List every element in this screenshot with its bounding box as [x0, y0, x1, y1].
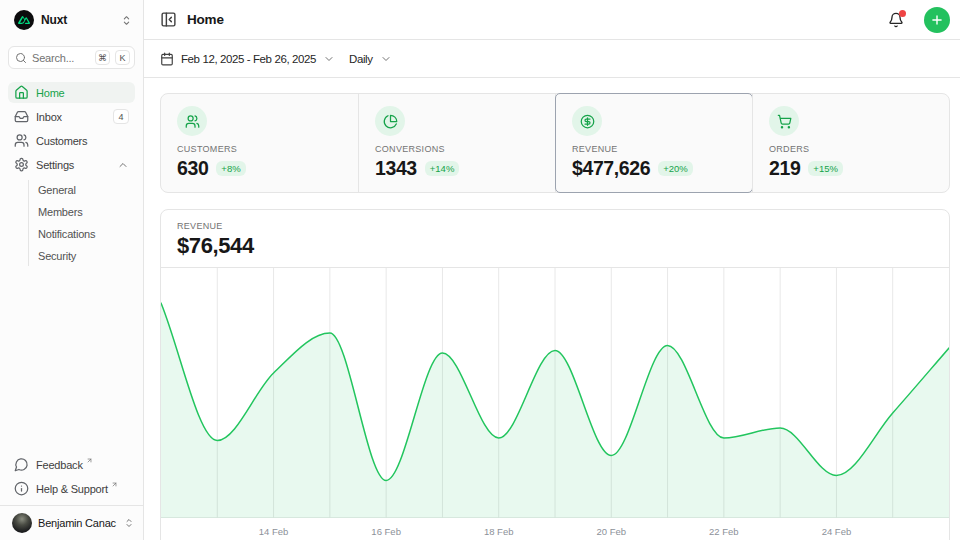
sidebar-footer: Feedback Help & Support	[0, 454, 143, 505]
stat-label: REVENUE	[572, 144, 736, 154]
stat-change-badge: +14%	[425, 161, 460, 176]
chart-title: REVENUE	[177, 221, 933, 231]
sidebar-item-label: Feedback	[36, 459, 83, 471]
search-icon	[15, 52, 27, 64]
stat-orders[interactable]: ORDERS 219 +15%	[752, 94, 949, 192]
kbd-cmd: ⌘	[95, 50, 110, 65]
users-icon	[177, 106, 207, 136]
stat-revenue[interactable]: REVENUE $477,626 +20%	[555, 94, 752, 192]
toolbar: Feb 12, 2025 - Feb 26, 2025 Daily	[144, 40, 960, 78]
sidebar-item-label: Settings	[36, 159, 74, 171]
sidebar-item-label: Inbox	[36, 111, 62, 123]
interval-select[interactable]: Daily	[349, 53, 373, 65]
stat-conversions[interactable]: CONVERSIONS 1343 +14%	[358, 94, 555, 192]
date-range-button[interactable]: Feb 12, 2025 - Feb 26, 2025	[181, 53, 316, 65]
main: Home Feb 12, 2025 - Feb 26, 2025 Daily	[144, 0, 960, 540]
stat-value: 630	[177, 157, 208, 180]
chart-x-axis-labels: 14 Feb16 Feb18 Feb20 Feb22 Feb24 Feb	[161, 518, 949, 540]
settings-sub-list: General Members Notifications Security	[28, 180, 135, 266]
notifications-button[interactable]	[888, 12, 904, 28]
revenue-chart-card: REVENUE $76,544 14 Feb16 Feb18 Feb20 Feb…	[160, 209, 950, 540]
stat-value: 1343	[375, 157, 417, 180]
chevrons-up-down-icon	[123, 517, 135, 529]
stat-label: ORDERS	[769, 144, 933, 154]
revenue-area-chart[interactable]	[161, 268, 949, 518]
x-axis-label: 22 Feb	[709, 526, 739, 537]
sidebar-item-label: Help & Support	[36, 483, 108, 495]
circle-dollar-sign-icon	[572, 106, 602, 136]
x-axis-label: 24 Feb	[822, 526, 852, 537]
page-title: Home	[187, 12, 224, 27]
sidebar-item-security[interactable]: Security	[29, 246, 135, 266]
search-input[interactable]: Search... ⌘ K	[8, 46, 135, 69]
x-axis-label: 14 Feb	[259, 526, 289, 537]
chevron-down-icon	[323, 53, 335, 65]
search-placeholder: Search...	[32, 52, 90, 64]
stat-change-badge: +20%	[658, 161, 693, 176]
stat-customers[interactable]: CUSTOMERS 630 +8%	[161, 94, 358, 192]
settings-icon	[14, 157, 29, 172]
chevron-up-icon	[117, 159, 129, 171]
users-icon	[14, 133, 29, 148]
sidebar-item-help-support[interactable]: Help & Support	[8, 478, 135, 499]
user-menu[interactable]: Benjamin Canac	[0, 505, 143, 540]
house-icon	[14, 85, 29, 100]
sidebar-item-general[interactable]: General	[29, 180, 135, 200]
stat-value: 219	[769, 157, 800, 180]
sidebar-spacer	[0, 268, 143, 454]
x-axis-label: 18 Feb	[484, 526, 514, 537]
sidebar: Nuxt Search... ⌘ K Home Inbox 4	[0, 0, 144, 540]
notification-dot	[899, 10, 906, 17]
add-button[interactable]	[924, 7, 950, 33]
stat-label: CONVERSIONS	[375, 144, 539, 154]
sidebar-nav: Home Inbox 4 Customers Settings Genera	[0, 73, 143, 268]
inbox-count-badge: 4	[113, 109, 129, 124]
workspace-switcher[interactable]: Nuxt	[0, 0, 143, 34]
panel-left-close-icon[interactable]	[160, 11, 177, 28]
plus-icon	[930, 13, 944, 27]
x-axis-label: 16 Feb	[371, 526, 401, 537]
main-header: Home	[144, 0, 960, 40]
chart-pie-icon	[375, 106, 405, 136]
chevron-down-icon	[380, 53, 392, 65]
stat-change-badge: +8%	[216, 161, 245, 176]
nuxt-logo-icon	[14, 10, 34, 30]
sidebar-item-members[interactable]: Members	[29, 202, 135, 222]
stat-change-badge: +15%	[808, 161, 843, 176]
chart-value: $76,544	[177, 233, 933, 259]
sidebar-item-customers[interactable]: Customers	[8, 130, 135, 151]
sidebar-item-notifications[interactable]: Notifications	[29, 224, 135, 244]
stat-value: $477,626	[572, 157, 650, 180]
sidebar-item-settings[interactable]: Settings	[8, 154, 135, 175]
stats-row: CUSTOMERS 630 +8% CONVERSIONS 1343 +14%	[160, 93, 950, 193]
calendar-icon	[160, 52, 174, 66]
x-axis-label: 20 Feb	[596, 526, 626, 537]
external-link-icon	[86, 457, 93, 464]
chevrons-up-down-icon	[120, 14, 133, 27]
inbox-icon	[14, 109, 29, 124]
avatar	[12, 513, 32, 533]
chart-header: REVENUE $76,544	[161, 210, 949, 268]
user-name: Benjamin Canac	[38, 517, 117, 529]
kbd-k: K	[115, 50, 130, 65]
sidebar-item-label: Home	[36, 87, 65, 99]
content: CUSTOMERS 630 +8% CONVERSIONS 1343 +14%	[144, 78, 960, 540]
sidebar-item-inbox[interactable]: Inbox 4	[8, 106, 135, 127]
stat-label: CUSTOMERS	[177, 144, 342, 154]
workspace-name: Nuxt	[41, 13, 113, 27]
sidebar-item-label: Customers	[36, 135, 87, 147]
external-link-icon	[111, 481, 118, 488]
message-circle-icon	[14, 457, 29, 472]
info-icon	[14, 481, 29, 496]
shopping-cart-icon	[769, 106, 799, 136]
sidebar-item-home[interactable]: Home	[8, 82, 135, 103]
sidebar-item-feedback[interactable]: Feedback	[8, 454, 135, 475]
